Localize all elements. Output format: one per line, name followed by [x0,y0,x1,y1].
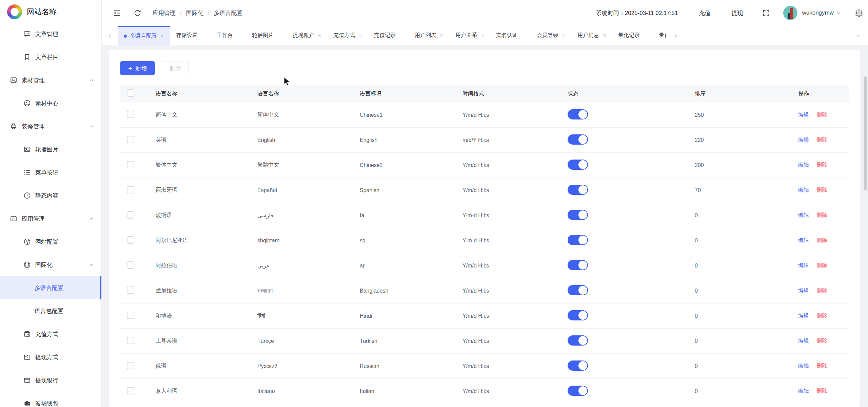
fullscreen-icon[interactable] [762,9,770,17]
status-toggle[interactable] [568,235,588,245]
edit-link[interactable]: 编辑 [798,337,809,345]
chevron-down-icon[interactable] [836,11,841,16]
close-icon[interactable] [521,33,525,38]
sidebar-item-10[interactable]: 国际化 [0,253,101,276]
sidebar-item-6[interactable]: 菜单按钮 [0,161,101,184]
username[interactable]: wukongymw [802,10,834,16]
row-checkbox[interactable] [120,236,156,245]
edit-link[interactable]: 编辑 [798,111,809,118]
delete-link[interactable]: 删除 [816,337,827,345]
tab-3[interactable]: 轮播图片 [246,26,287,45]
breadcrumb-item[interactable]: 国际化 [186,9,203,17]
status-toggle[interactable] [568,360,588,371]
status-toggle[interactable] [568,185,588,195]
tab-0[interactable]: 多语言配置 [118,26,170,45]
sidebar-item-13[interactable]: 充值方式 [0,322,101,346]
tabs-scroll-left-icon[interactable] [102,26,118,45]
tab-13[interactable]: 量化 [653,26,667,45]
tab-8[interactable]: 用户关系 [450,26,490,45]
sidebar-item-4[interactable]: 装修管理 [0,115,101,138]
tab-4[interactable]: 提现账户 [287,26,328,45]
row-checkbox[interactable] [120,286,156,295]
delete-link[interactable]: 删除 [816,312,827,319]
sidebar-item-12[interactable]: 语言包配置 [0,299,101,322]
row-checkbox[interactable] [120,211,156,220]
status-toggle[interactable] [568,335,588,346]
delete-link[interactable]: 删除 [816,212,827,219]
row-checkbox[interactable] [120,111,156,119]
sidebar-item-5[interactable]: 轮播图片 [0,138,101,161]
tabs-scroll-right-icon[interactable] [667,26,684,45]
delete-link[interactable]: 删除 [816,388,827,395]
edit-link[interactable]: 编辑 [798,187,809,194]
delete-link[interactable]: 删除 [816,136,827,144]
tab-5[interactable]: 充值方式 [328,26,368,45]
row-checkbox[interactable] [120,261,156,270]
delete-link[interactable]: 删除 [816,262,827,269]
tab-11[interactable]: 用户消息 [572,26,612,45]
sidebar-item-8[interactable]: 应用管理 [0,207,101,230]
close-icon[interactable] [643,33,647,38]
delete-link[interactable]: 删除 [816,162,827,169]
delete-link[interactable]: 删除 [816,111,827,118]
tab-7[interactable]: 用户列表 [409,26,450,45]
close-icon[interactable] [277,33,281,38]
tab-10[interactable]: 会员等级 [531,26,572,45]
edit-link[interactable]: 编辑 [798,162,809,169]
breadcrumb-item[interactable]: 应用管理 [153,9,176,17]
sidebar-item-2[interactable]: 素材管理 [0,69,101,92]
row-checkbox[interactable] [120,337,156,346]
close-icon[interactable] [602,33,607,38]
status-toggle[interactable] [568,109,588,119]
row-checkbox[interactable] [120,312,156,320]
sidebar-item-0[interactable]: 文章管理 [0,22,101,45]
refresh-icon[interactable] [133,9,142,17]
tabs-dropdown-icon[interactable] [848,26,868,45]
delete-link[interactable]: 删除 [816,287,827,294]
row-checkbox[interactable] [120,387,156,396]
sidebar-item-3[interactable]: 素材中心 [0,92,101,115]
delete-button[interactable]: 删除 [162,61,189,75]
row-checkbox[interactable] [120,161,156,170]
edit-link[interactable]: 编辑 [798,237,809,244]
close-icon[interactable] [561,33,566,38]
delete-link[interactable]: 删除 [816,363,827,370]
add-button[interactable]: +新增 [120,61,155,75]
select-all-checkbox[interactable] [120,89,156,98]
vertical-scrollbar[interactable] [864,76,867,190]
close-icon[interactable] [399,33,403,38]
withdraw-button[interactable]: 提现 [731,9,743,17]
delete-link[interactable]: 删除 [816,187,827,194]
status-toggle[interactable] [568,285,588,295]
status-toggle[interactable] [568,260,588,270]
sidebar-item-9[interactable]: 网站配置 [0,230,101,253]
close-icon[interactable] [236,33,240,38]
edit-link[interactable]: 编辑 [798,212,809,219]
close-icon[interactable] [317,33,322,38]
close-icon[interactable] [160,34,164,38]
edit-link[interactable]: 编辑 [798,287,809,294]
edit-link[interactable]: 编辑 [798,262,809,269]
sidebar-item-1[interactable]: 文章栏目 [0,45,101,69]
tab-1[interactable]: 存储设置 [170,26,211,45]
sidebar-item-7[interactable]: 静态内容 [0,184,101,207]
sidebar-item-15[interactable]: 提现银行 [0,369,101,392]
tab-6[interactable]: 充值记录 [368,26,409,45]
edit-link[interactable]: 编辑 [798,312,809,319]
status-toggle[interactable] [568,210,588,220]
sidebar-item-14[interactable]: 提现方式 [0,346,101,369]
tab-12[interactable]: 量化记录 [612,26,653,45]
delete-link[interactable]: 删除 [816,237,827,244]
close-icon[interactable] [480,33,485,38]
edit-link[interactable]: 编辑 [798,388,809,395]
status-toggle[interactable] [568,160,588,170]
row-checkbox[interactable] [120,136,156,145]
status-toggle[interactable] [568,386,588,396]
row-checkbox[interactable] [120,362,156,371]
sidebar-item-11[interactable]: 多语言配置 [0,276,101,299]
close-icon[interactable] [439,33,444,38]
avatar[interactable] [783,6,797,20]
tab-2[interactable]: 工作台 [211,26,246,45]
recharge-button[interactable]: 充值 [699,9,710,17]
row-checkbox[interactable] [120,186,156,195]
